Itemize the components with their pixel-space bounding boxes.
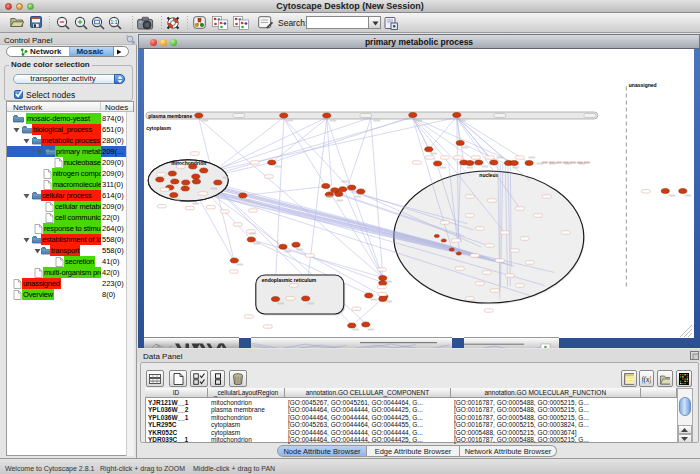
svg-text:unassigned: unassigned bbox=[629, 81, 657, 87]
svg-text:f(x): f(x) bbox=[642, 374, 651, 383]
svg-text:cytoplasm: cytoplasm bbox=[146, 124, 171, 130]
svg-text:nucleus: nucleus bbox=[480, 171, 499, 177]
svg-text:1:1: 1:1 bbox=[111, 19, 118, 25]
svg-text:plasma membrane: plasma membrane bbox=[148, 112, 192, 118]
svg-text:endoplasmic reticulum: endoplasmic reticulum bbox=[262, 276, 317, 282]
